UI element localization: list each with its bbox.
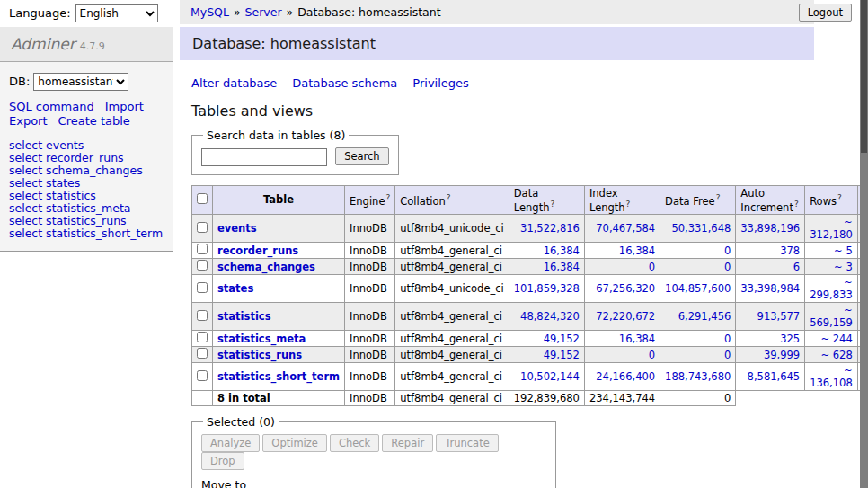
drop-button[interactable]: Drop	[201, 452, 244, 470]
data-length-link[interactable]: 48,824,320	[520, 310, 580, 323]
language-select[interactable]: English	[75, 4, 158, 22]
truncate-button[interactable]: Truncate	[436, 434, 499, 452]
rows-link[interactable]: ~ 569,159	[810, 304, 853, 329]
data-free-link[interactable]: 188,743,680	[665, 370, 731, 383]
data-length-link[interactable]: 16,384	[544, 244, 580, 257]
rows-link[interactable]: ~ 299,833	[810, 276, 853, 301]
sidebar-link[interactable]: Import	[105, 100, 144, 113]
auto-increment-link[interactable]: 33,398,984	[740, 282, 800, 295]
engine-cell: InnoDB	[345, 243, 395, 259]
help-mark[interactable]: ?	[716, 193, 721, 202]
rows-link[interactable]: ~ 3	[834, 261, 853, 273]
sidebar-link[interactable]: SQL command	[9, 100, 94, 113]
data-free-link[interactable]: 0	[724, 261, 731, 273]
index-length-link[interactable]: 16,384	[619, 244, 655, 257]
help-mark[interactable]: ?	[550, 200, 554, 209]
row-checkbox[interactable]	[197, 244, 208, 254]
help-mark[interactable]: ?	[385, 193, 390, 202]
sidebar-table-link[interactable]: select states	[9, 177, 164, 190]
column-header: Auto Increment?	[736, 185, 805, 215]
breadcrumb-link[interactable]: Server	[245, 5, 282, 19]
row-checkbox[interactable]	[197, 332, 208, 342]
index-length-link[interactable]: 0	[649, 261, 655, 273]
data-free-link[interactable]: 0	[724, 244, 731, 257]
auto-increment-link[interactable]: 33,898,196	[740, 222, 800, 235]
sidebar-table-link[interactable]: select schema_changes	[9, 164, 164, 177]
logout-button[interactable]: Logout	[799, 4, 852, 22]
row-checkbox[interactable]	[197, 310, 208, 321]
sidebar-table-link[interactable]: select events	[9, 139, 164, 152]
table-name-link[interactable]: recorder_runs	[217, 244, 298, 257]
row-checkbox[interactable]	[197, 370, 208, 381]
db-action-link[interactable]: Database schema	[292, 76, 397, 90]
db-select[interactable]: homeassistant	[33, 73, 128, 91]
db-action-link[interactable]: Privileges	[412, 76, 469, 90]
rows-link[interactable]: ~ 136,108	[810, 364, 853, 389]
data-free-link[interactable]: 104,857,600	[665, 282, 731, 295]
data-free-link[interactable]: 50,331,648	[671, 222, 731, 235]
table-name-link[interactable]: statistics	[217, 310, 271, 323]
search-input[interactable]	[201, 148, 327, 166]
index-length-link[interactable]: 67,256,320	[596, 282, 655, 295]
total-collation: utf8mb4_general_ci	[395, 391, 509, 406]
index-length-link[interactable]: 24,166,400	[596, 370, 655, 383]
data-length-link[interactable]: 101,859,328	[514, 282, 580, 295]
table-name-link[interactable]: states	[217, 282, 253, 295]
search-button[interactable]: Search	[335, 147, 389, 165]
sidebar-table-link[interactable]: select statistics_short_term	[9, 227, 164, 240]
row-checkbox[interactable]	[197, 260, 208, 271]
sidebar-table-link[interactable]: select recorder_runs	[9, 152, 164, 164]
data-length-link[interactable]: 10,502,144	[520, 370, 580, 383]
index-length-link[interactable]: 16,384	[619, 333, 655, 345]
help-mark[interactable]: ?	[794, 200, 799, 209]
sidebar-link[interactable]: Export	[9, 114, 48, 128]
data-length-link[interactable]: 49,152	[544, 333, 580, 345]
index-length-link[interactable]: 72,220,672	[596, 310, 655, 323]
auto-increment-link[interactable]: 913,577	[757, 310, 801, 323]
data-length-link[interactable]: 31,522,816	[520, 222, 580, 235]
data-free-link[interactable]: 0	[724, 349, 731, 361]
index-length-link[interactable]: 0	[649, 349, 655, 361]
analyze-button[interactable]: Analyze	[201, 434, 260, 452]
auto-increment-link[interactable]: 39,999	[764, 349, 800, 361]
auto-increment-link[interactable]: 8,581,645	[748, 370, 801, 383]
data-length-link[interactable]: 49,152	[544, 349, 580, 361]
data-free-link[interactable]: 0	[724, 333, 731, 345]
table-name-link[interactable]: statistics_meta	[217, 333, 306, 345]
index-length-link[interactable]: 70,467,584	[596, 222, 655, 235]
table-name-link[interactable]: schema_changes	[217, 261, 315, 273]
help-mark[interactable]: ?	[626, 200, 631, 209]
help-mark[interactable]: ?	[837, 193, 842, 202]
sidebar-link[interactable]: Create table	[58, 114, 130, 128]
rows-link[interactable]: ~ 312,180	[810, 216, 853, 241]
table-name-link[interactable]: statistics_runs	[217, 349, 302, 361]
sidebar-table-link[interactable]: select statistics	[9, 190, 164, 202]
auto-increment-link[interactable]: 325	[780, 333, 800, 345]
scrollbar-thumb[interactable]	[861, 0, 867, 153]
table-name-link[interactable]: statistics_short_term	[217, 370, 340, 383]
data-free-link[interactable]: 6,291,456	[678, 310, 731, 323]
select-all-checkbox[interactable]	[197, 193, 208, 204]
rows-link[interactable]: ~ 628	[820, 349, 852, 361]
table-row: statesInnoDButf8mb4_unicode_ci101,859,32…	[192, 275, 868, 303]
row-checkbox[interactable]	[197, 222, 208, 233]
rows-link[interactable]: ~ 5	[834, 244, 853, 257]
db-action-link[interactable]: Alter database	[191, 76, 277, 90]
table-name-link[interactable]: events	[217, 222, 257, 235]
row-checkbox[interactable]	[197, 348, 208, 359]
breadcrumb-link[interactable]: MySQL	[190, 5, 229, 19]
auto-increment-link[interactable]: 6	[793, 261, 800, 273]
sidebar-table-link[interactable]: select statistics_meta	[9, 202, 164, 215]
data-length-link[interactable]: 16,384	[544, 261, 580, 273]
auto-increment-link[interactable]: 378	[780, 244, 800, 257]
help-mark[interactable]: ?	[447, 193, 451, 202]
table-row: schema_changesInnoDButf8mb4_general_ci16…	[192, 259, 868, 275]
check-button[interactable]: Check	[330, 434, 379, 452]
scrollbar[interactable]	[860, 0, 868, 488]
collation-cell: utf8mb4_general_ci	[395, 347, 509, 363]
sidebar-table-link[interactable]: select statistics_runs	[9, 215, 164, 227]
repair-button[interactable]: Repair	[382, 434, 433, 452]
optimize-button[interactable]: Optimize	[262, 434, 327, 452]
row-checkbox[interactable]	[197, 282, 208, 293]
rows-link[interactable]: ~ 244	[820, 333, 852, 345]
